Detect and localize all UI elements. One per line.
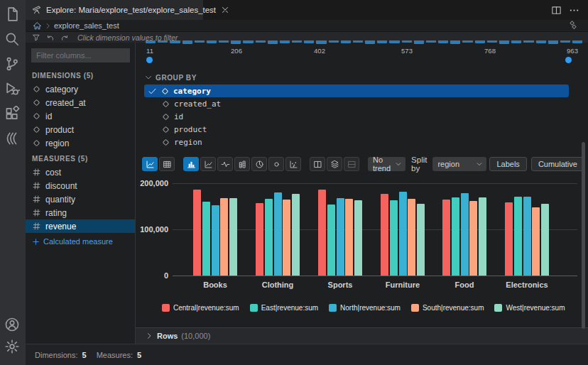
undo-icon[interactable]	[46, 33, 55, 42]
filter-histogram[interactable]	[146, 40, 582, 46]
donut-chart-button[interactable]	[268, 157, 284, 171]
bar-north-books[interactable]	[212, 205, 219, 276]
bar-east-books[interactable]	[202, 202, 210, 276]
bar-north-clothing[interactable]	[274, 192, 282, 276]
cumulative-button[interactable]: Cumulative	[531, 157, 584, 171]
measure-item-quantity[interactable]: quantity	[26, 192, 135, 206]
filter-columns-input[interactable]	[31, 48, 130, 62]
activity-account[interactable]	[4, 317, 21, 334]
table-view-button[interactable]	[159, 157, 175, 171]
check-icon	[148, 87, 157, 96]
measure-item-discount[interactable]: discount	[26, 179, 135, 192]
bar-central-books[interactable]	[193, 190, 201, 276]
search-icon	[4, 31, 20, 47]
bar-central-clothing[interactable]	[256, 203, 263, 276]
tab-explore[interactable]: Explore: Maria/explore_test/explore_sale…	[26, 0, 203, 20]
bar-west-clothing[interactable]	[292, 194, 300, 276]
activity-source-control[interactable]	[4, 56, 21, 73]
bar-east-clothing[interactable]	[265, 199, 273, 276]
activity-settings-gear[interactable]	[4, 339, 21, 356]
bar-north-electronics[interactable]	[523, 197, 531, 276]
groupby-item-created_at[interactable]: created_at	[144, 97, 569, 110]
stacked-bar-button[interactable]	[234, 157, 250, 171]
slider-handle-right[interactable]	[565, 57, 572, 63]
bar-south-clothing[interactable]	[283, 200, 290, 276]
legend-item[interactable]: Central|revenue:sum	[162, 304, 239, 312]
bar-south-sports[interactable]	[345, 199, 353, 276]
layers-button[interactable]	[327, 157, 342, 171]
bar-west-food[interactable]	[479, 197, 486, 276]
bar-west-electronics[interactable]	[541, 204, 549, 276]
bar-chart-button[interactable]	[183, 157, 199, 171]
dimension-item-id[interactable]: id	[26, 109, 135, 123]
chart-view-button[interactable]	[142, 157, 158, 171]
activity-database[interactable]	[4, 131, 21, 148]
slider-handle-left[interactable]	[146, 57, 153, 63]
groupby-item-category[interactable]: category	[144, 85, 569, 97]
bar-south-food[interactable]	[469, 201, 477, 276]
legend-item[interactable]: South|revenue:sum	[411, 304, 484, 312]
groupby-item-region[interactable]: region	[144, 136, 569, 148]
funnel-icon[interactable]	[32, 33, 40, 42]
bar-west-books[interactable]	[229, 198, 237, 276]
legend-item[interactable]: West|revenue:sum	[494, 304, 565, 312]
legend-item[interactable]: East|revenue:sum	[250, 304, 318, 312]
bar-north-sports[interactable]	[337, 198, 344, 276]
legend-item[interactable]: North|revenue:sum	[329, 304, 401, 312]
pie-chart-button[interactable]	[251, 157, 267, 171]
scrollbar[interactable]	[582, 142, 585, 329]
tag-icon	[32, 138, 41, 148]
split-columns-button[interactable]	[310, 157, 325, 171]
split-editor-icon[interactable]	[551, 5, 562, 16]
dimension-item-created_at[interactable]: created_at	[26, 96, 135, 109]
activity-extensions[interactable]	[4, 106, 21, 123]
split-by-select[interactable]: region	[432, 157, 486, 171]
legend-swatch	[411, 304, 419, 312]
groupby-header[interactable]: GROUP BY	[144, 73, 197, 82]
bar-central-furniture[interactable]	[381, 194, 388, 276]
home-icon[interactable]	[33, 21, 42, 31]
more-actions-icon[interactable]	[569, 5, 579, 16]
dimension-item-region[interactable]: region	[26, 136, 135, 150]
activity-files[interactable]	[4, 6, 21, 23]
line-chart-button[interactable]	[200, 157, 216, 171]
bar-east-sports[interactable]	[327, 205, 335, 276]
bar-south-electronics[interactable]	[532, 207, 540, 276]
groupby-item-product[interactable]: product	[144, 123, 569, 136]
bar-south-furniture[interactable]	[408, 199, 415, 276]
split-rows-button[interactable]	[344, 157, 359, 171]
measure-item-rating[interactable]: rating	[26, 206, 135, 219]
bar-east-electronics[interactable]	[514, 197, 522, 276]
labels-button[interactable]: Labels	[489, 157, 526, 171]
groupby-item-id[interactable]: id	[144, 110, 569, 123]
bar-central-sports[interactable]	[318, 190, 326, 276]
close-icon[interactable]	[220, 5, 230, 15]
activity-run-debug[interactable]	[4, 81, 21, 98]
dimension-item-category[interactable]: category	[26, 82, 135, 96]
bar-west-furniture[interactable]	[417, 204, 425, 276]
measure-item-revenue[interactable]: revenue	[26, 219, 135, 233]
measure-label: quantity	[45, 195, 75, 205]
bar-east-furniture[interactable]	[390, 200, 398, 276]
activity-search[interactable]	[4, 31, 21, 48]
bar-west-sports[interactable]	[354, 200, 362, 276]
pulse-button[interactable]	[217, 157, 233, 171]
slider-tick-label: 11	[146, 47, 153, 55]
hash-icon	[32, 181, 41, 190]
bar-east-food[interactable]	[452, 197, 459, 276]
bar-central-electronics[interactable]	[505, 202, 513, 276]
diamonds-icon[interactable]	[568, 21, 578, 31]
tag-icon	[32, 85, 41, 94]
bar-central-food[interactable]	[442, 200, 450, 276]
bar-north-food[interactable]	[461, 193, 469, 276]
scatter-plot-button[interactable]	[285, 157, 301, 171]
rows-section[interactable]: Rows (10,000)	[136, 327, 588, 344]
dimension-item-product[interactable]: product	[26, 123, 135, 136]
breadcrumb-item[interactable]: explore_sales_test	[54, 21, 119, 30]
bar-south-books[interactable]	[220, 198, 228, 276]
redo-icon[interactable]	[60, 33, 69, 42]
bar-north-furniture[interactable]	[399, 192, 407, 276]
calculated-measure-button[interactable]: Calculated measure	[26, 234, 135, 249]
measure-item-cost[interactable]: cost	[26, 165, 135, 179]
trend-select[interactable]: No trend	[368, 157, 405, 171]
